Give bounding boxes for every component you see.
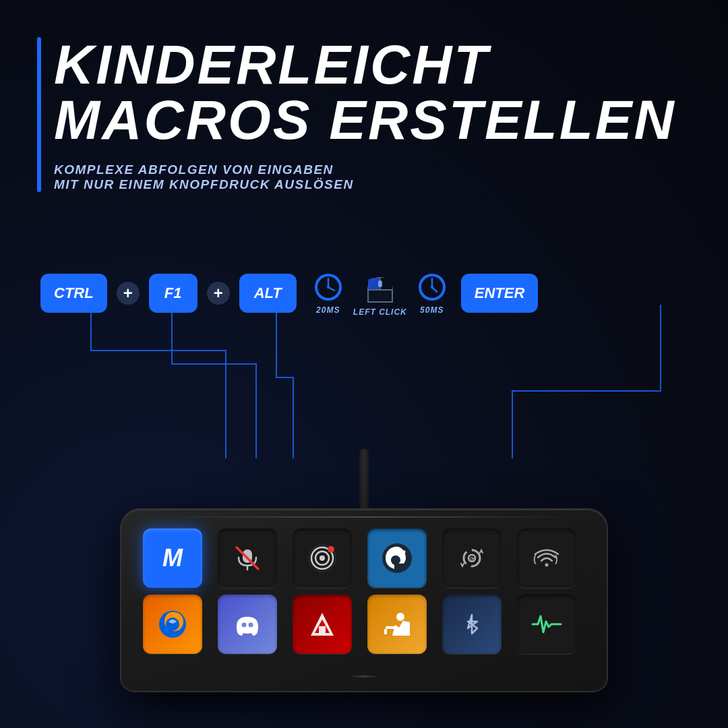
deck-bottom-line — [347, 675, 381, 677]
timer-50ms: 50MS — [417, 272, 448, 315]
btn-cs[interactable] — [367, 595, 427, 654]
title-line1: KINDERLEICHT — [54, 37, 691, 92]
main-title: KINDERLEICHT MACROS ERSTELLEN — [54, 37, 691, 148]
page-container: KINDERLEICHT MACROS ERSTELLEN KOMPLEXE A… — [0, 0, 728, 728]
deck-body: M — [121, 510, 607, 691]
subtitle-line1: KOMPLEXE ABFOLGEN VON EINGABEN — [54, 162, 691, 177]
title-section: KINDERLEICHT MACROS ERSTELLEN KOMPLEXE A… — [54, 37, 691, 192]
btn-firefox[interactable] — [143, 595, 202, 654]
btn-obs[interactable] — [293, 528, 352, 588]
subtitle: KOMPLEXE ABFOLGEN VON EINGABEN MIT NUR E… — [54, 162, 691, 192]
steam-icon — [380, 541, 414, 575]
btn-heartrate[interactable] — [517, 595, 576, 654]
dota-icon — [305, 607, 339, 641]
blue-accent-bar — [37, 37, 41, 192]
svg-point-34 — [249, 623, 253, 628]
title-line2: MACROS ERSTELLEN — [54, 92, 691, 148]
svg-point-4 — [327, 286, 330, 289]
deck-top-line — [135, 516, 593, 518]
f1-key: F1 — [149, 274, 198, 313]
alt-key: ALT — [239, 274, 297, 313]
wifi-icon: ( ) — [532, 543, 562, 573]
svg-point-33 — [242, 623, 247, 628]
svg-point-21 — [328, 546, 334, 553]
btn-mute[interactable] — [218, 528, 277, 588]
sync-icon: ⟳ — [457, 543, 487, 573]
svg-point-23 — [393, 557, 398, 563]
btn-sync[interactable]: ⟳ — [442, 528, 502, 588]
timer-20ms: 20MS — [313, 272, 344, 315]
bluetooth-icon — [457, 609, 487, 639]
svg-rect-37 — [319, 626, 326, 633]
usb-cable — [359, 449, 369, 510]
enter-key: ENTER — [461, 274, 539, 313]
button-grid: M — [143, 528, 585, 654]
left-click-item: LEFT CLICK — [353, 270, 407, 317]
svg-point-20 — [320, 555, 325, 561]
svg-rect-39 — [386, 626, 396, 629]
svg-text:): ) — [555, 553, 558, 564]
btn-wifi[interactable]: ( ) — [517, 528, 576, 588]
btn-dota[interactable] — [293, 595, 352, 654]
timer-20ms-label: 20MS — [316, 305, 340, 315]
stream-deck-device: M — [121, 449, 607, 691]
obs-icon — [305, 541, 339, 575]
svg-point-28 — [545, 564, 549, 567]
left-click-label: LEFT CLICK — [353, 307, 407, 317]
btn-macro[interactable]: M — [143, 528, 202, 588]
svg-point-38 — [396, 613, 404, 621]
btn-discord[interactable] — [218, 595, 277, 654]
discord-icon — [231, 607, 264, 641]
subtitle-line2: MIT NUR EINEM KNOPFDRUCK AUSLÖSEN — [54, 177, 691, 192]
btn-steam[interactable] — [367, 528, 427, 588]
plus-1: + — [117, 282, 140, 305]
svg-rect-7 — [378, 280, 382, 287]
ctrl-key: CTRL — [40, 274, 107, 313]
firefox-icon — [155, 607, 190, 642]
timer-50ms-icon — [417, 272, 448, 303]
svg-rect-40 — [384, 629, 387, 634]
btn-pin[interactable] — [442, 595, 502, 654]
timer-20ms-icon — [313, 272, 344, 303]
heartrate-icon — [530, 609, 564, 639]
mouse-icon — [365, 270, 395, 305]
mute-icon — [233, 544, 262, 572]
plus-2: + — [207, 282, 230, 305]
timer-50ms-label: 50MS — [420, 305, 444, 315]
svg-point-13 — [431, 286, 433, 289]
csgo-icon — [380, 607, 414, 641]
svg-text:(: ( — [533, 553, 537, 564]
macro-sequence: CTRL + F1 + ALT 20MS — [40, 270, 708, 317]
svg-text:⟳: ⟳ — [470, 556, 475, 562]
